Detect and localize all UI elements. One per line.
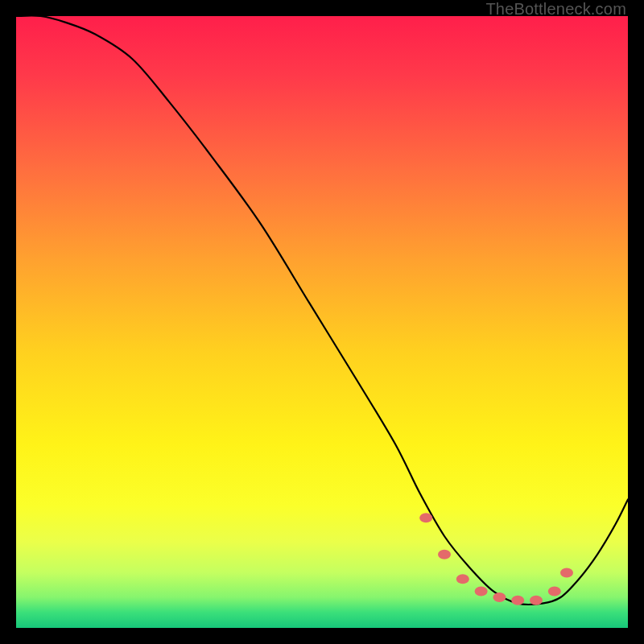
minimum-dot: [419, 513, 432, 522]
minimum-dot: [548, 586, 561, 596]
minimum-dot: [475, 586, 488, 596]
minimum-dot: [456, 574, 469, 584]
chart-svg: [16, 16, 628, 628]
minimum-dot: [493, 592, 506, 602]
watermark-label: TheBottleneck.com: [485, 0, 626, 19]
minimum-dot: [438, 550, 451, 559]
minimum-dot: [511, 596, 524, 605]
minimum-dot: [530, 596, 543, 605]
minimum-dot: [560, 568, 573, 578]
